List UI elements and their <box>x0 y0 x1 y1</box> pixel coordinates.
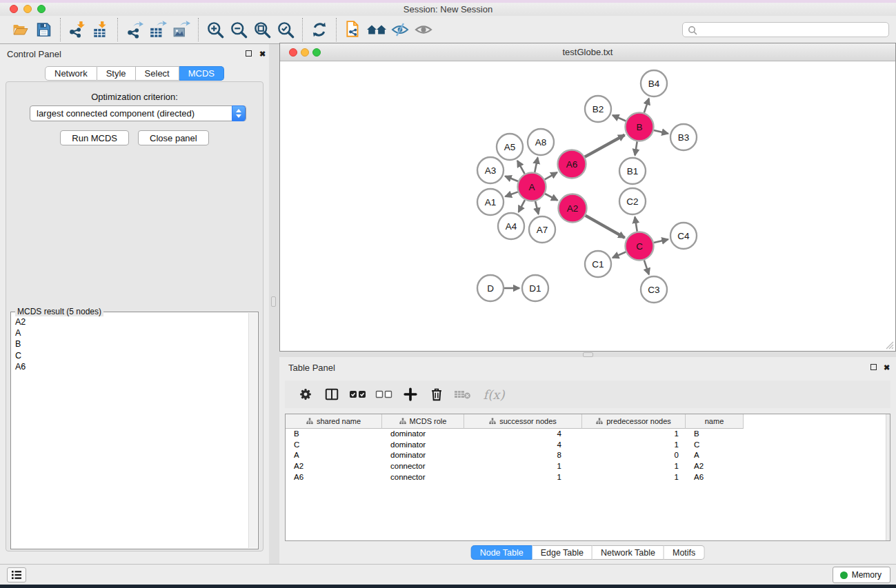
vertical-divider-grip[interactable] <box>271 296 276 307</box>
table-scrollbar[interactable] <box>886 414 890 540</box>
graph-edge-A-A4[interactable] <box>519 200 525 212</box>
graph-edge-A-A8[interactable] <box>535 158 537 172</box>
import-network-button[interactable] <box>66 18 89 41</box>
table-row[interactable]: Adominator80A <box>286 450 890 461</box>
graph-node-C3[interactable]: C3 <box>641 276 667 303</box>
zoom-view-button[interactable] <box>312 48 321 57</box>
graph-node-C2[interactable]: C2 <box>619 188 646 214</box>
column-header-shared-name[interactable]: shared name <box>286 414 382 429</box>
tab-motifs[interactable]: Motifs <box>664 545 704 560</box>
graph-edge-A2-C[interactable] <box>586 216 625 238</box>
zoom-window-button[interactable] <box>37 5 46 13</box>
minimize-window-button[interactable] <box>23 5 32 13</box>
graph-edge-B-B2[interactable] <box>613 115 626 121</box>
show-panel-button[interactable] <box>412 18 435 41</box>
result-item[interactable]: A2 <box>12 316 249 327</box>
run-mcds-button[interactable]: Run MCDS <box>60 130 129 145</box>
table-row[interactable]: Cdominator41C <box>286 440 890 451</box>
tab-edge-table[interactable]: Edge Table <box>532 545 593 560</box>
close-view-button[interactable] <box>289 48 297 57</box>
graph-edge-A-A2[interactable] <box>545 194 557 201</box>
result-item[interactable]: C <box>12 350 249 361</box>
hide-shared-panel-button[interactable] <box>388 18 412 41</box>
task-history-button[interactable] <box>7 567 26 582</box>
graph-node-B2[interactable]: B2 <box>585 96 611 122</box>
zoom-selected-button[interactable] <box>274 18 297 41</box>
graph-edge-A6-B[interactable] <box>585 135 625 157</box>
network-window-titlebar[interactable]: testGlobe.txt <box>280 43 895 61</box>
tab-mcds[interactable]: MCDS <box>179 66 224 81</box>
close-panel-icon[interactable]: ✖ <box>259 50 266 58</box>
column-header-predecessor-nodes[interactable]: predecessor nodes <box>582 414 686 429</box>
float-panel-icon[interactable] <box>246 50 252 57</box>
close-panel-button[interactable]: Close panel <box>138 130 209 145</box>
graph-node-C4[interactable]: C4 <box>670 223 697 249</box>
network-graph-canvas[interactable]: B4B2BB3A8A5A6B1A3AC2A1A2A4A7C4CC1DD1C3 <box>280 61 895 351</box>
graph-edge-A-A1[interactable] <box>506 192 518 196</box>
result-item[interactable]: A6 <box>12 361 249 372</box>
graph-node-A5[interactable]: A5 <box>497 134 523 160</box>
delete-table-button[interactable] <box>452 383 474 405</box>
column-header-successor-nodes[interactable]: successor nodes <box>464 414 582 429</box>
graph-edge-C-C1[interactable] <box>613 252 626 258</box>
graph-node-A8[interactable]: A8 <box>528 129 554 155</box>
tab-network-table[interactable]: Network Table <box>593 545 664 560</box>
tab-node-table[interactable]: Node Table <box>471 545 532 560</box>
function-builder-button[interactable]: f(x) <box>478 383 510 405</box>
graph-node-C[interactable]: C <box>626 232 654 261</box>
column-header-MCDS-role[interactable]: MCDS role <box>382 414 464 429</box>
mcds-result-list[interactable]: A2ABCA6 <box>12 316 249 548</box>
table-row[interactable]: A6connector11A6 <box>286 472 890 483</box>
refresh-button[interactable] <box>308 18 331 41</box>
zoom-fit-button[interactable] <box>250 18 274 41</box>
home-button[interactable] <box>365 18 388 41</box>
open-session-button[interactable] <box>8 18 32 41</box>
graph-node-A3[interactable]: A3 <box>477 157 504 183</box>
graph-node-A2[interactable]: A2 <box>559 194 587 223</box>
search-input[interactable] <box>701 23 886 36</box>
export-table-button[interactable] <box>146 18 170 41</box>
graph-node-B3[interactable]: B3 <box>670 124 697 150</box>
criterion-dropdown[interactable]: largest connected component (directed) <box>30 105 246 121</box>
tab-select[interactable]: Select <box>136 66 179 81</box>
graph-edge-C-C4[interactable] <box>654 239 668 243</box>
close-table-panel-icon[interactable]: ✖ <box>884 364 890 372</box>
tab-network[interactable]: Network <box>45 66 97 81</box>
graph-node-B[interactable]: B <box>626 113 654 141</box>
graph-node-D1[interactable]: D1 <box>522 275 548 301</box>
graph-edge-C-C2[interactable] <box>635 217 637 232</box>
open-session-file-button[interactable] <box>341 18 365 41</box>
memory-button[interactable]: Memory <box>833 567 890 583</box>
deselect-all-rows-button[interactable] <box>373 383 395 405</box>
graph-edge-A-A5[interactable] <box>517 161 525 174</box>
tab-style[interactable]: Style <box>97 66 136 81</box>
result-item[interactable]: A <box>12 327 249 338</box>
column-header-name[interactable]: name <box>686 414 744 429</box>
horizontal-divider-grip[interactable] <box>583 352 593 357</box>
graph-edge-B-B1[interactable] <box>635 141 637 155</box>
graph-node-A4[interactable]: A4 <box>498 213 524 239</box>
graph-node-C1[interactable]: C1 <box>585 251 611 277</box>
table-row[interactable]: A2connector11A2 <box>286 461 890 472</box>
graph-node-A6[interactable]: A6 <box>558 150 586 179</box>
search-field[interactable] <box>682 22 889 37</box>
add-column-button[interactable] <box>399 383 421 405</box>
table-row[interactable]: Bdominator41B <box>286 429 890 440</box>
zoom-in-button[interactable] <box>203 18 227 41</box>
save-session-button[interactable] <box>32 18 55 41</box>
graph-node-A1[interactable]: A1 <box>477 189 504 215</box>
float-table-panel-icon[interactable] <box>870 364 877 370</box>
show-columns-button[interactable] <box>321 383 343 405</box>
graph-edge-A-A3[interactable] <box>505 176 518 181</box>
export-image-button[interactable] <box>170 18 193 41</box>
graph-edge-C-C3[interactable] <box>644 260 649 274</box>
export-network-button[interactable] <box>123 18 146 41</box>
minimize-view-button[interactable] <box>301 48 309 57</box>
result-item[interactable]: B <box>12 338 249 349</box>
select-all-rows-button[interactable] <box>347 383 369 405</box>
delete-column-button[interactable] <box>426 383 448 405</box>
graph-node-D[interactable]: D <box>477 275 504 301</box>
graph-node-A[interactable]: A <box>518 173 546 201</box>
graph-edge-A-A6[interactable] <box>545 172 557 179</box>
graph-node-A7[interactable]: A7 <box>529 216 555 243</box>
